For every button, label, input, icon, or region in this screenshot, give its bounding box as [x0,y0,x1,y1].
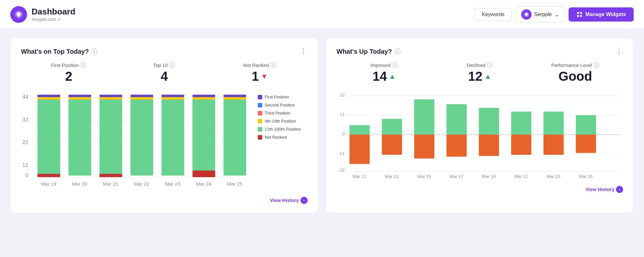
svg-text:Mar 17: Mar 17 [449,174,463,179]
info-icon-perf[interactable]: i [593,62,599,68]
stat-improved: Improved i 14 ▲ [337,62,432,84]
svg-text:11: 11 [23,162,29,168]
svg-text:22: 22 [340,93,344,97]
svg-text:44: 44 [23,94,29,100]
svg-rect-30 [161,95,184,97]
widget-title-left: What's on Top Today? i [21,48,97,55]
svg-rect-26 [130,97,153,100]
widget-header-right: What's Up Today? i ⋮ [337,47,623,56]
stat-declined: Declined i 12 ▲ [432,62,528,84]
svg-rect-23 [100,95,122,97]
info-icon-right[interactable]: i [395,49,400,54]
legend-dot-fp [258,95,262,99]
widget-title-right: What's Up Today? i [337,48,400,55]
more-menu-left[interactable]: ⋮ [300,47,308,56]
view-history-left: View History › [21,197,308,204]
legend-not-ranked: Not Ranked [258,135,308,140]
svg-rect-66 [511,112,531,135]
svg-text:Mar 19: Mar 19 [482,174,495,179]
app-subtitle: serpple.com ↗ [32,17,75,22]
chevron-right-icon-left: › [301,197,308,204]
project-selector[interactable]: Serpple ⌄ [516,6,565,23]
manage-widgets-button[interactable]: Manage Widgets [569,7,634,22]
svg-text:Mar 21: Mar 21 [103,181,118,187]
widgets-icon [576,11,583,18]
bar-chart-right: 22 11 0 -11 -22 [337,91,623,179]
logo-icon [10,6,27,23]
svg-rect-67 [511,135,531,155]
svg-text:Mar 11: Mar 11 [352,174,366,179]
svg-text:33: 33 [23,117,29,123]
stat-performance: Performance Level i Good [528,62,623,84]
legend-4th-10th: 4th-10th Position [258,119,308,124]
info-icon-fp[interactable]: i [81,62,86,68]
svg-rect-27 [130,95,153,97]
header-actions: Keywords Serpple ⌄ Manage Widgets [475,6,634,23]
stat-first-position: First Position i 2 [21,62,117,84]
svg-rect-71 [576,135,596,153]
chevron-right-icon-right: › [616,186,623,193]
svg-rect-1 [580,12,582,14]
svg-rect-70 [576,115,596,134]
legend-second-position: Second Position [258,103,308,107]
svg-rect-64 [479,108,499,134]
svg-rect-25 [130,99,153,176]
svg-rect-21 [100,99,122,176]
svg-rect-61 [414,135,434,159]
svg-text:Mar 19: Mar 19 [41,181,56,187]
info-icon-improved[interactable]: i [392,62,398,68]
info-icon-declined[interactable]: i [487,62,493,68]
svg-rect-68 [543,112,564,135]
svg-text:0: 0 [342,132,345,136]
svg-rect-58 [382,119,402,135]
svg-rect-15 [37,97,60,100]
svg-text:Mar 22: Mar 22 [134,181,149,187]
keywords-button[interactable]: Keywords [475,8,512,21]
view-history-link-right[interactable]: View History › [585,186,623,193]
chart-area-right: 22 11 0 -11 -22 [337,91,623,181]
svg-rect-34 [192,170,215,177]
svg-text:Mar 25: Mar 25 [227,181,242,187]
stat-top10: Top 10 i 4 [117,62,212,84]
arrow-up-icon-declined: ▲ [485,72,492,81]
logo-area: Dashboard serpple.com ↗ [10,6,475,23]
svg-rect-65 [479,135,499,156]
top-today-widget: What's on Top Today? i ⋮ First Position … [10,38,318,213]
svg-rect-32 [192,97,215,100]
svg-rect-59 [382,135,402,155]
svg-rect-14 [37,99,60,176]
svg-text:Mar 23: Mar 23 [165,181,180,187]
svg-text:Mar 25: Mar 25 [579,174,592,179]
legend-dot-tp [258,111,262,115]
svg-rect-20 [69,95,91,97]
svg-rect-36 [224,97,246,100]
svg-text:-11: -11 [338,151,345,156]
project-icon [521,9,532,20]
legend-11th-100th: 11th-100th Position [258,127,308,132]
chart-with-legend-left: 44 33 22 11 0 [21,91,308,192]
legend-dot-4-10 [258,119,262,124]
more-menu-right[interactable]: ⋮ [615,47,623,56]
info-icon-left[interactable]: i [91,49,97,54]
header: Dashboard serpple.com ↗ Keywords Serpple… [0,0,644,29]
info-icon-top10[interactable]: i [169,62,175,68]
svg-text:Mar 15: Mar 15 [417,174,431,179]
svg-rect-31 [192,99,215,171]
arrow-down-icon: ▼ [261,72,268,81]
chart-area-left: 44 33 22 11 0 [21,91,253,192]
info-icon-nr[interactable]: i [270,62,276,68]
legend-third-position: Third Position [258,111,308,115]
view-history-right: View History › [337,186,623,193]
view-history-link-left[interactable]: View History › [270,197,308,204]
svg-rect-3 [580,15,582,17]
svg-rect-69 [543,135,564,155]
bar-chart-left: 44 33 22 11 0 [21,91,253,190]
svg-rect-19 [69,97,91,100]
svg-text:Mar 23: Mar 23 [546,174,560,179]
svg-rect-33 [192,95,215,97]
chart-legend-left: First Position Second Position Third Pos… [258,91,308,192]
legend-dot-11-100 [258,127,262,132]
chevron-down-icon: ⌄ [554,11,559,18]
stats-row-right: Improved i 14 ▲ Declined i 12 ▲ [337,62,623,84]
svg-text:Mar 24: Mar 24 [196,181,211,187]
